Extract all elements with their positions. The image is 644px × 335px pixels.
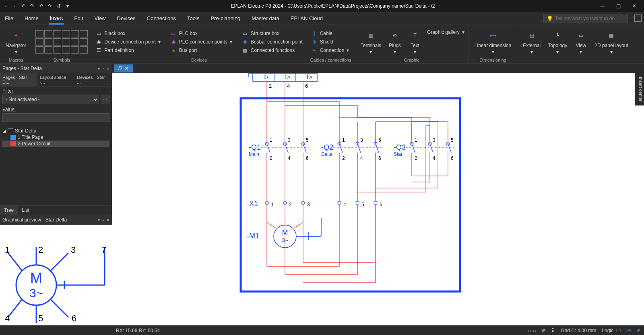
qa-open-icon[interactable]: ▫ [10,2,19,10]
panel-pin-icon[interactable]: ▪ [102,66,104,71]
external-button[interactable]: ▤External▾ [520,28,543,56]
qa-undo2-icon[interactable]: ↶ [37,2,45,10]
cable-icon: ‖ [311,30,318,37]
tab-view[interactable]: View [94,13,107,24]
bus-port-button[interactable]: ⊟Bus port [169,47,233,54]
filter-select[interactable]: - Not activated - [2,95,99,104]
svg-text:2: 2 [289,202,292,207]
topology-button[interactable]: ┗Topology▾ [545,28,570,56]
subtab-devices[interactable]: Devices - Star ... [74,73,112,86]
tab-tree[interactable]: Tree [0,206,18,215]
group-symbols: Symbols [32,25,91,63]
tab-insert[interactable]: Insert [49,12,64,25]
chevron-down-icon: ▾ [556,49,559,55]
subtab-layout[interactable]: Layout space -... [37,73,75,86]
text-button[interactable]: TText▾ [406,28,424,56]
tab-home[interactable]: Home [24,13,39,24]
svg-text:7: 7 [101,245,106,255]
structure-box-button[interactable]: ▭Structure box [241,30,303,37]
svg-text:-X1: -X1 [247,200,258,208]
external-icon: ▤ [525,29,538,42]
navigator-button[interactable]: ✦ Navigator ▾ [3,28,29,56]
busbar-conn-button[interactable]: ◉Busbar connection point [241,38,303,45]
svg-text:6: 6 [380,202,382,207]
tab-edit[interactable]: Edit [73,13,84,24]
qa-task-icon[interactable]: ⇵ [55,2,63,10]
black-box-button[interactable]: ▭Black box [95,30,161,37]
tree-item-title-page[interactable]: 1 Title Page [2,134,109,141]
panel-close-icon[interactable]: ✕ [106,218,109,222]
chevron-down-icon: ▾ [530,49,533,55]
shield-icon: ⊕ [311,39,318,45]
graphic-gallery-button[interactable]: Graphic gallery▾ [426,29,465,35]
svg-text:I>: I> [263,74,269,81]
svg-text:3~: 3~ [29,286,43,300]
group-others: ▤External▾ ┗Topology▾ ▭View▾ ▦2D panel l… [517,25,634,63]
tab-masterdata[interactable]: Master data [251,13,280,24]
insert-center-tab[interactable]: Insert center [635,73,644,105]
tab-devices[interactable]: Devices [116,13,136,24]
qa-redo-icon[interactable]: ↷ [28,2,36,10]
close-icon[interactable]: ✕ [125,66,129,71]
connected-functions-button[interactable]: ▦Connected functions [241,47,303,54]
plugs-button[interactable]: ⊙Plugs▾ [386,28,404,56]
zoom-in-icon[interactable]: ⊕ [637,328,641,333]
svg-point-125 [283,201,287,205]
view-button[interactable]: ▭View▾ [572,28,590,56]
tree-item-power-circuit[interactable]: 2 Power Circuit [2,141,109,147]
qa-new-icon[interactable]: ▫ [2,2,10,10]
ribbon-collapse-icon[interactable] [634,14,642,22]
group-devices: ▭Black box ◉Device connection point▾ ☰Pa… [91,25,307,63]
ribbon: ✦ Navigator ▾ Macros Symbols ▭Black box … [0,25,644,64]
symbol-grid[interactable] [35,30,88,54]
cable-button[interactable]: ‖Cable [310,30,350,37]
panel-close-icon[interactable]: ✕ [106,66,109,71]
qa-undo-icon[interactable]: ↶ [19,2,27,10]
panel-menu-icon[interactable]: ▾ [98,66,100,71]
search-input[interactable] [543,14,628,23]
minimize-button[interactable]: — [594,0,610,12]
preview-canvas[interactable]: M 3~ 1237 456 [0,225,112,325]
doc-tab-active[interactable]: /2 ✕ [114,64,133,72]
tab-tools[interactable]: Tools [186,13,200,24]
chevron-down-icon: ▾ [492,49,494,55]
tab-file[interactable]: File [4,13,14,24]
linear-dimension-button[interactable]: ⟷Linear dimension▾ [472,28,514,56]
tab-connections[interactable]: Connections [146,13,177,24]
navigator-icon: ✦ [10,29,23,42]
svg-text:6: 6 [305,83,308,89]
group-cables-label: Cables / connections [310,57,351,62]
terminals-button[interactable]: ▥Terminals▾ [358,28,384,56]
zoom-out-icon[interactable]: ⊖ [627,328,631,333]
device-conn-point-button[interactable]: ◉Device connection point▾ [95,38,161,45]
plc-box-icon: ▭ [170,30,177,37]
tab-list[interactable]: List [18,206,33,215]
tab-preplanning[interactable]: Pre-planning [210,13,241,24]
svg-text:6: 6 [306,155,309,161]
plc-conn-points-button[interactable]: ◉PLC connection points▾ [169,38,233,45]
filter-more-button[interactable]: ... [101,95,109,104]
part-definition-button[interactable]: ☰Part definition [95,47,161,54]
svg-text:3: 3 [433,137,436,143]
svg-text:4: 4 [288,155,291,161]
grid-icon[interactable]: ⠿ [551,328,555,333]
panel-pin-icon[interactable]: ▪ [102,218,104,222]
tab-eplan-cloud[interactable]: EPLAN Cloud [290,13,324,24]
connection-button[interactable]: ⤷Connection▾ [310,47,350,54]
subtab-pages[interactable]: Pages - Star D... [0,73,37,86]
tree-root[interactable]: ◢Star Delta [2,128,109,134]
snap-icon[interactable]: ∩ ∩ [528,328,537,333]
close-button[interactable]: ✕ [626,0,642,12]
maximize-button[interactable]: ▢ [610,0,626,12]
shield-button[interactable]: ⊕Shield [310,38,350,45]
qa-dropdown-icon[interactable]: ▾ [64,2,72,10]
qa-redo2-icon[interactable]: ↷ [46,2,54,10]
panel-menu-icon[interactable]: ▾ [98,218,100,222]
schematic-canvas[interactable]: I> I> I> 246 [112,73,644,325]
target-icon[interactable]: ⊕ [542,328,546,333]
plc-box-button[interactable]: ▭PLC box [169,30,233,37]
svg-line-77 [376,144,379,153]
value-input[interactable] [2,113,109,122]
project-icon [8,128,13,133]
panel-layout-button[interactable]: ▦2D panel layout▾ [592,28,630,56]
